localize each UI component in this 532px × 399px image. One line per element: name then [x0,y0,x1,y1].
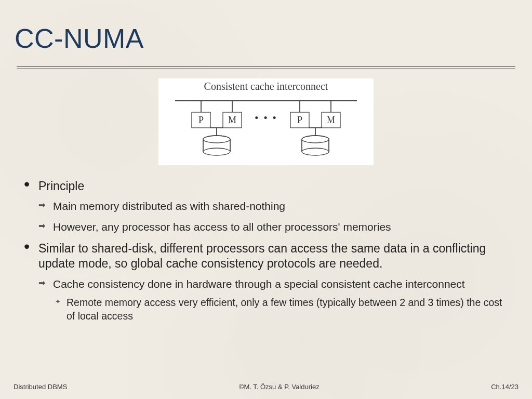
bullet-similar: Similar to shared-disk, different proces… [21,241,511,323]
diagram-dots: • • • [255,111,277,124]
title-divider [17,66,515,69]
node-m-left: M [228,115,236,125]
slide: CC-NUMA Consistent cache interconnect P … [0,0,532,399]
footer-left: Distributed DBMS [14,383,67,391]
node-p-right: P [297,115,302,125]
diagram-svg: P M • • • P M [165,95,367,159]
diagram-container: Consistent cache interconnect P M • • • [15,78,517,165]
svg-point-19 [203,148,230,155]
footer-right: Ch.14/23 [491,383,518,391]
subsub-remote-memory: Remote memory access very efficient, onl… [53,296,511,323]
bullet-similar-text: Similar to shared-disk, different proces… [38,241,511,272]
footer: Distributed DBMS ©M. T. Özsu & P. Valdur… [0,383,532,391]
sub-cache-consistency: Cache consistency done in hardware throu… [38,277,511,323]
footer-center: ©M. T. Özsu & P. Valduriez [67,383,491,391]
bullet-principle-text: Principle [38,179,511,194]
diagram: Consistent cache interconnect P M • • • [158,78,374,165]
content-body: Principle Main memory distributed as wit… [15,179,517,323]
page-title: CC-NUMA [15,23,517,54]
sub-cache-consistency-text: Cache consistency done in hardware throu… [53,278,465,290]
node-m-right: M [327,115,335,125]
diagram-label: Consistent cache interconnect [165,81,367,92]
bullet-principle: Principle Main memory distributed as wit… [21,179,511,234]
node-p-left: P [198,115,204,125]
sub-main-memory: Main memory distributed as with shared-n… [38,199,511,213]
sub-however: However, any processor has access to all… [38,220,511,234]
svg-point-25 [302,148,329,155]
